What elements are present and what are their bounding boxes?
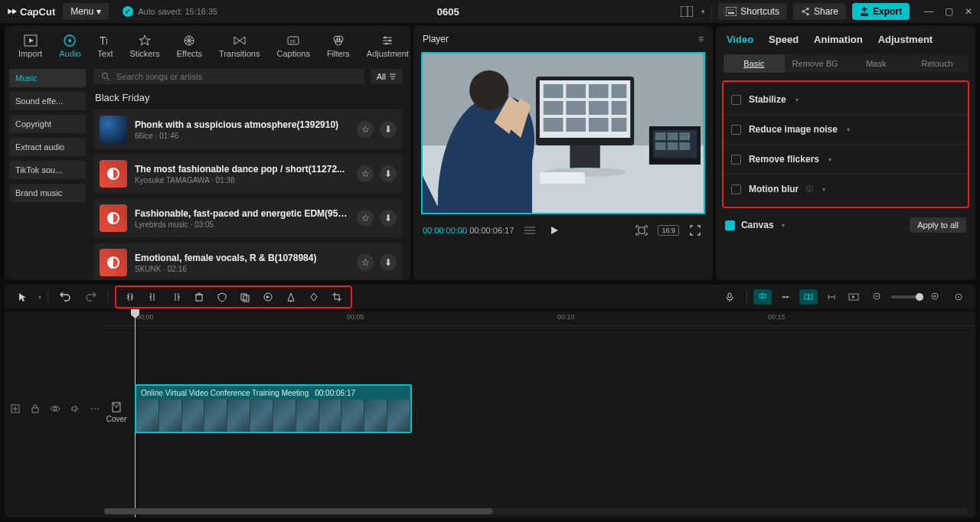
list-icon[interactable] — [521, 222, 538, 239]
timeline[interactable]: 00:00 00:05 00:10 00:15 ⋯ Cover Online V… — [5, 311, 975, 517]
tab-effects[interactable]: Effects — [171, 31, 208, 61]
cat-sound-effects[interactable]: Sound effe... — [9, 92, 86, 110]
cat-tiktok-sounds[interactable]: TikTok sou... — [9, 161, 86, 179]
chevron-down-icon[interactable]: ▾ — [795, 96, 799, 103]
menu-button[interactable]: Menu ▾ — [63, 3, 109, 20]
song-item[interactable]: Fashionable, fast-paced and energetic ED… — [93, 198, 403, 238]
song-item[interactable]: The most fashionable dance pop / short(1… — [93, 154, 403, 194]
chevron-down-icon[interactable]: ▾ — [822, 186, 825, 193]
shield-tool[interactable] — [211, 288, 233, 306]
search-input[interactable] — [116, 72, 357, 81]
play-button[interactable] — [546, 222, 563, 239]
split-tool[interactable] — [119, 288, 141, 306]
freeze-frame-tool[interactable] — [234, 288, 256, 306]
zoom-in-icon[interactable] — [926, 289, 945, 305]
undo-button[interactable] — [54, 288, 76, 306]
ruler[interactable]: 00:00 00:05 00:10 00:15 — [104, 311, 975, 326]
tab-audio[interactable]: Audio — [53, 31, 87, 61]
song-item[interactable]: Phonk with a suspicious atmosphere(13929… — [93, 109, 403, 149]
fit-icon[interactable] — [949, 289, 968, 305]
share-button[interactable]: Share — [793, 3, 846, 20]
layout-icon[interactable] — [678, 3, 695, 20]
export-button[interactable]: Export — [852, 3, 910, 20]
lock-icon[interactable] — [29, 403, 41, 415]
subtab-remove-bg[interactable]: Remove BG — [785, 54, 846, 73]
apply-all-button[interactable]: Apply to all — [910, 217, 966, 233]
download-icon[interactable]: ⬇ — [380, 210, 397, 227]
trim-left-tool[interactable] — [142, 288, 164, 306]
cat-music[interactable]: Music — [9, 69, 86, 87]
zoom-out-icon[interactable] — [868, 289, 887, 305]
checkbox[interactable] — [731, 155, 741, 165]
chevron-down-icon[interactable]: ▾ — [782, 222, 785, 229]
info-icon[interactable]: ⓘ — [806, 184, 813, 194]
favorite-icon[interactable]: ☆ — [357, 165, 374, 182]
opt-reduce-noise[interactable]: Reduce image noise▾ — [724, 115, 968, 145]
reverse-tool[interactable] — [257, 288, 279, 306]
scale-icon[interactable] — [633, 222, 650, 239]
preview-icon[interactable] — [845, 289, 864, 305]
favorite-icon[interactable]: ☆ — [357, 121, 374, 138]
filter-all[interactable]: All — [371, 69, 403, 84]
horizontal-scrollbar[interactable] — [104, 508, 968, 514]
fullscreen-icon[interactable] — [687, 222, 704, 239]
player-preview[interactable] — [421, 52, 705, 214]
menu-icon[interactable]: ≡ — [698, 34, 704, 44]
subtab-retouch[interactable]: Retouch — [906, 54, 968, 73]
more-icon[interactable]: ⋯ — [89, 403, 101, 415]
tab-speed[interactable]: Speed — [769, 34, 799, 45]
cursor-tool[interactable] — [12, 288, 34, 306]
favorite-icon[interactable]: ☆ — [357, 210, 374, 227]
checkbox[interactable] — [731, 184, 741, 194]
tab-adjustment[interactable]: Adjustment — [361, 31, 415, 61]
subtab-basic[interactable]: Basic — [724, 54, 785, 73]
link-icon[interactable] — [822, 289, 841, 305]
tab-video[interactable]: Video — [727, 34, 753, 45]
magnet-track-icon[interactable] — [776, 289, 795, 305]
mute-icon[interactable] — [69, 403, 81, 415]
opt-remove-flickers[interactable]: Remove flickers▾ — [724, 145, 968, 175]
subtab-mask[interactable]: Mask — [845, 54, 906, 73]
tab-adjustment[interactable]: Adjustment — [878, 34, 933, 45]
cat-brand-music[interactable]: Brand music — [9, 184, 86, 202]
chevron-down-icon[interactable]: ▾ — [701, 8, 705, 15]
tab-filters[interactable]: Filters — [321, 31, 356, 61]
tab-captions[interactable]: ccCaptions — [270, 31, 315, 61]
download-icon[interactable]: ⬇ — [380, 254, 397, 271]
zoom-slider[interactable] — [891, 295, 922, 299]
chevron-down-icon[interactable]: ▾ — [828, 156, 831, 163]
song-item[interactable]: Emotional, female vocals, R & B(1078984)… — [93, 243, 403, 280]
favorite-icon[interactable]: ☆ — [357, 254, 374, 271]
opt-stabilize[interactable]: Stabilize▾ — [724, 85, 968, 115]
chevron-down-icon[interactable]: ▾ — [847, 126, 850, 133]
tab-stickers[interactable]: Stickers — [124, 31, 166, 61]
delete-tool[interactable] — [188, 288, 210, 306]
tab-animation[interactable]: Animation — [814, 34, 863, 45]
mirror-tool[interactable] — [280, 288, 302, 306]
download-icon[interactable]: ⬇ — [380, 165, 397, 182]
visibility-icon[interactable] — [49, 403, 61, 415]
checkbox-canvas[interactable] — [725, 220, 735, 230]
maximize-button[interactable]: ▢ — [943, 6, 954, 17]
opt-motion-blur[interactable]: Motion blurⓘ▾ — [724, 175, 968, 204]
download-icon[interactable]: ⬇ — [380, 121, 397, 138]
add-track-icon[interactable] — [9, 403, 21, 415]
tab-text[interactable]: TIText — [91, 31, 119, 61]
trim-right-tool[interactable] — [165, 288, 187, 306]
magnet-main-icon[interactable] — [753, 289, 772, 305]
checkbox[interactable] — [731, 95, 741, 105]
cover-button[interactable]: Cover — [101, 396, 132, 427]
minimize-button[interactable]: — — [923, 6, 934, 17]
cat-copyright[interactable]: Copyright — [9, 115, 86, 133]
shortcuts-button[interactable]: Shortcuts — [718, 3, 787, 20]
rotate-tool[interactable] — [303, 288, 325, 306]
redo-button[interactable] — [80, 288, 102, 306]
checkbox[interactable] — [731, 125, 741, 135]
close-button[interactable]: ✕ — [963, 6, 974, 17]
tab-transitions[interactable]: Transitions — [213, 31, 266, 61]
snap-icon[interactable] — [799, 289, 818, 305]
cat-extract-audio[interactable]: Extract audio — [9, 138, 86, 156]
crop-tool[interactable] — [326, 288, 348, 306]
tab-import[interactable]: Import — [12, 31, 48, 61]
search-box[interactable] — [93, 69, 364, 84]
